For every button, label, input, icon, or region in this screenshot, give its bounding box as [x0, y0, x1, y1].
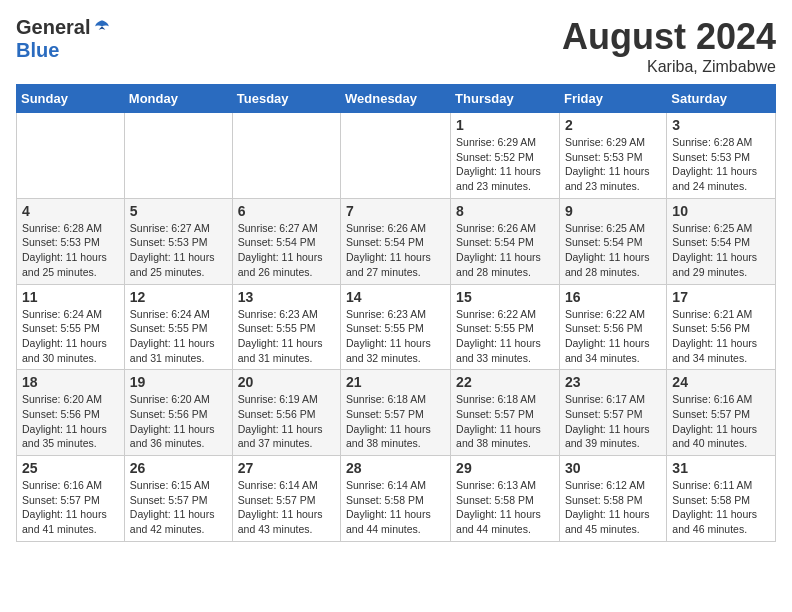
day-number: 4: [22, 203, 119, 219]
day-number: 20: [238, 374, 335, 390]
day-info: Sunrise: 6:23 AM Sunset: 5:55 PM Dayligh…: [346, 307, 445, 366]
day-info: Sunrise: 6:12 AM Sunset: 5:58 PM Dayligh…: [565, 478, 661, 537]
weekday-header: Sunday: [17, 85, 125, 113]
calendar-cell: 8Sunrise: 6:26 AM Sunset: 5:54 PM Daylig…: [451, 198, 560, 284]
day-number: 17: [672, 289, 770, 305]
day-info: Sunrise: 6:28 AM Sunset: 5:53 PM Dayligh…: [22, 221, 119, 280]
day-number: 25: [22, 460, 119, 476]
calendar-cell: 28Sunrise: 6:14 AM Sunset: 5:58 PM Dayli…: [341, 456, 451, 542]
day-number: 24: [672, 374, 770, 390]
day-number: 3: [672, 117, 770, 133]
day-info: Sunrise: 6:25 AM Sunset: 5:54 PM Dayligh…: [672, 221, 770, 280]
calendar-cell: 19Sunrise: 6:20 AM Sunset: 5:56 PM Dayli…: [124, 370, 232, 456]
calendar-cell: 10Sunrise: 6:25 AM Sunset: 5:54 PM Dayli…: [667, 198, 776, 284]
day-number: 26: [130, 460, 227, 476]
day-info: Sunrise: 6:27 AM Sunset: 5:53 PM Dayligh…: [130, 221, 227, 280]
day-info: Sunrise: 6:18 AM Sunset: 5:57 PM Dayligh…: [456, 392, 554, 451]
day-info: Sunrise: 6:29 AM Sunset: 5:53 PM Dayligh…: [565, 135, 661, 194]
day-info: Sunrise: 6:14 AM Sunset: 5:57 PM Dayligh…: [238, 478, 335, 537]
logo-blue-text: Blue: [16, 39, 59, 62]
day-info: Sunrise: 6:11 AM Sunset: 5:58 PM Dayligh…: [672, 478, 770, 537]
calendar-cell: [124, 113, 232, 199]
weekday-header: Monday: [124, 85, 232, 113]
calendar-table: SundayMondayTuesdayWednesdayThursdayFrid…: [16, 84, 776, 542]
day-info: Sunrise: 6:23 AM Sunset: 5:55 PM Dayligh…: [238, 307, 335, 366]
calendar-cell: 12Sunrise: 6:24 AM Sunset: 5:55 PM Dayli…: [124, 284, 232, 370]
day-number: 29: [456, 460, 554, 476]
page-header: General Blue August 2024 Kariba, Zimbabw…: [16, 16, 776, 76]
day-info: Sunrise: 6:13 AM Sunset: 5:58 PM Dayligh…: [456, 478, 554, 537]
calendar-week-row: 11Sunrise: 6:24 AM Sunset: 5:55 PM Dayli…: [17, 284, 776, 370]
day-info: Sunrise: 6:16 AM Sunset: 5:57 PM Dayligh…: [672, 392, 770, 451]
day-info: Sunrise: 6:21 AM Sunset: 5:56 PM Dayligh…: [672, 307, 770, 366]
day-number: 15: [456, 289, 554, 305]
day-info: Sunrise: 6:16 AM Sunset: 5:57 PM Dayligh…: [22, 478, 119, 537]
day-info: Sunrise: 6:18 AM Sunset: 5:57 PM Dayligh…: [346, 392, 445, 451]
calendar-cell: 31Sunrise: 6:11 AM Sunset: 5:58 PM Dayli…: [667, 456, 776, 542]
day-info: Sunrise: 6:20 AM Sunset: 5:56 PM Dayligh…: [22, 392, 119, 451]
day-info: Sunrise: 6:17 AM Sunset: 5:57 PM Dayligh…: [565, 392, 661, 451]
day-number: 19: [130, 374, 227, 390]
day-info: Sunrise: 6:19 AM Sunset: 5:56 PM Dayligh…: [238, 392, 335, 451]
calendar-cell: 5Sunrise: 6:27 AM Sunset: 5:53 PM Daylig…: [124, 198, 232, 284]
day-info: Sunrise: 6:24 AM Sunset: 5:55 PM Dayligh…: [130, 307, 227, 366]
calendar-cell: 6Sunrise: 6:27 AM Sunset: 5:54 PM Daylig…: [232, 198, 340, 284]
day-number: 21: [346, 374, 445, 390]
day-number: 10: [672, 203, 770, 219]
calendar-cell: 23Sunrise: 6:17 AM Sunset: 5:57 PM Dayli…: [559, 370, 666, 456]
day-info: Sunrise: 6:22 AM Sunset: 5:56 PM Dayligh…: [565, 307, 661, 366]
calendar-cell: [17, 113, 125, 199]
calendar-cell: 7Sunrise: 6:26 AM Sunset: 5:54 PM Daylig…: [341, 198, 451, 284]
day-number: 31: [672, 460, 770, 476]
day-number: 23: [565, 374, 661, 390]
calendar-cell: 22Sunrise: 6:18 AM Sunset: 5:57 PM Dayli…: [451, 370, 560, 456]
day-info: Sunrise: 6:24 AM Sunset: 5:55 PM Dayligh…: [22, 307, 119, 366]
day-info: Sunrise: 6:27 AM Sunset: 5:54 PM Dayligh…: [238, 221, 335, 280]
day-number: 18: [22, 374, 119, 390]
day-info: Sunrise: 6:26 AM Sunset: 5:54 PM Dayligh…: [346, 221, 445, 280]
calendar-cell: 4Sunrise: 6:28 AM Sunset: 5:53 PM Daylig…: [17, 198, 125, 284]
calendar-week-row: 4Sunrise: 6:28 AM Sunset: 5:53 PM Daylig…: [17, 198, 776, 284]
calendar-cell: [341, 113, 451, 199]
calendar-cell: 1Sunrise: 6:29 AM Sunset: 5:52 PM Daylig…: [451, 113, 560, 199]
calendar-cell: 18Sunrise: 6:20 AM Sunset: 5:56 PM Dayli…: [17, 370, 125, 456]
calendar-cell: 15Sunrise: 6:22 AM Sunset: 5:55 PM Dayli…: [451, 284, 560, 370]
month-title: August 2024: [562, 16, 776, 58]
day-number: 6: [238, 203, 335, 219]
calendar-cell: 11Sunrise: 6:24 AM Sunset: 5:55 PM Dayli…: [17, 284, 125, 370]
day-info: Sunrise: 6:22 AM Sunset: 5:55 PM Dayligh…: [456, 307, 554, 366]
day-number: 7: [346, 203, 445, 219]
day-number: 14: [346, 289, 445, 305]
calendar-cell: 9Sunrise: 6:25 AM Sunset: 5:54 PM Daylig…: [559, 198, 666, 284]
calendar-header-row: SundayMondayTuesdayWednesdayThursdayFrid…: [17, 85, 776, 113]
title-block: August 2024 Kariba, Zimbabwe: [562, 16, 776, 76]
day-number: 12: [130, 289, 227, 305]
day-number: 30: [565, 460, 661, 476]
calendar-cell: 27Sunrise: 6:14 AM Sunset: 5:57 PM Dayli…: [232, 456, 340, 542]
weekday-header: Friday: [559, 85, 666, 113]
calendar-cell: 16Sunrise: 6:22 AM Sunset: 5:56 PM Dayli…: [559, 284, 666, 370]
weekday-header: Wednesday: [341, 85, 451, 113]
day-number: 28: [346, 460, 445, 476]
logo-general-text: General: [16, 16, 90, 39]
logo-bird-icon: [92, 18, 112, 38]
day-number: 5: [130, 203, 227, 219]
calendar-cell: 24Sunrise: 6:16 AM Sunset: 5:57 PM Dayli…: [667, 370, 776, 456]
calendar-cell: 17Sunrise: 6:21 AM Sunset: 5:56 PM Dayli…: [667, 284, 776, 370]
calendar-cell: 20Sunrise: 6:19 AM Sunset: 5:56 PM Dayli…: [232, 370, 340, 456]
day-info: Sunrise: 6:26 AM Sunset: 5:54 PM Dayligh…: [456, 221, 554, 280]
day-number: 13: [238, 289, 335, 305]
calendar-week-row: 25Sunrise: 6:16 AM Sunset: 5:57 PM Dayli…: [17, 456, 776, 542]
calendar-cell: 2Sunrise: 6:29 AM Sunset: 5:53 PM Daylig…: [559, 113, 666, 199]
calendar-cell: 21Sunrise: 6:18 AM Sunset: 5:57 PM Dayli…: [341, 370, 451, 456]
calendar-cell: 14Sunrise: 6:23 AM Sunset: 5:55 PM Dayli…: [341, 284, 451, 370]
logo: General Blue: [16, 16, 112, 62]
day-info: Sunrise: 6:29 AM Sunset: 5:52 PM Dayligh…: [456, 135, 554, 194]
calendar-cell: 3Sunrise: 6:28 AM Sunset: 5:53 PM Daylig…: [667, 113, 776, 199]
day-info: Sunrise: 6:25 AM Sunset: 5:54 PM Dayligh…: [565, 221, 661, 280]
day-info: Sunrise: 6:28 AM Sunset: 5:53 PM Dayligh…: [672, 135, 770, 194]
day-info: Sunrise: 6:15 AM Sunset: 5:57 PM Dayligh…: [130, 478, 227, 537]
weekday-header: Tuesday: [232, 85, 340, 113]
day-number: 22: [456, 374, 554, 390]
day-number: 16: [565, 289, 661, 305]
